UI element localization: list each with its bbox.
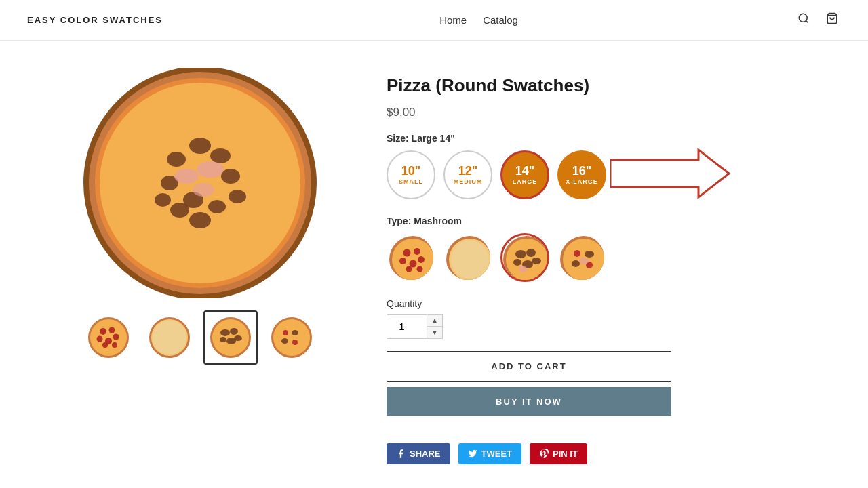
svg-point-71 xyxy=(572,260,580,267)
svg-point-23 xyxy=(100,328,106,335)
svg-point-8 xyxy=(210,148,231,163)
pinterest-icon xyxy=(539,449,549,458)
pinterest-share-button[interactable]: PIN IT xyxy=(530,443,587,464)
main-container: Pizza (Round Swatches) $9.00 Size: Large… xyxy=(27,41,841,488)
svg-point-7 xyxy=(167,152,186,167)
svg-point-16 xyxy=(155,193,171,207)
svg-point-69 xyxy=(574,250,580,257)
buy-it-now-button[interactable]: BUY IT NOW xyxy=(387,387,671,416)
quantity-input[interactable] xyxy=(387,314,427,339)
size-sub-12: MEDIUM xyxy=(454,178,483,185)
svg-point-28 xyxy=(102,342,108,348)
svg-point-55 xyxy=(417,266,423,272)
svg-point-51 xyxy=(399,258,406,264)
svg-point-35 xyxy=(220,329,230,336)
thumbnail-mushroom[interactable] xyxy=(203,310,258,365)
svg-point-43 xyxy=(292,330,298,336)
thumb-pepperoni-img xyxy=(86,315,131,360)
svg-point-15 xyxy=(229,190,246,203)
size-sub-10: SMALL xyxy=(399,178,423,185)
size-value-text: Large 14" xyxy=(412,133,455,144)
search-button[interactable] xyxy=(795,9,812,30)
thumbnail-plain[interactable] xyxy=(142,310,197,365)
search-icon xyxy=(797,12,810,24)
type-swatch-mixed-img xyxy=(559,235,606,282)
size-sub-14: LARGE xyxy=(513,178,538,185)
size-option-label: Size: Large 14" xyxy=(387,133,814,144)
svg-point-5 xyxy=(100,83,300,283)
cart-button[interactable] xyxy=(823,9,841,30)
svg-point-41 xyxy=(273,319,310,356)
thumb-plain-img xyxy=(147,315,192,360)
svg-point-34 xyxy=(212,319,249,356)
svg-point-29 xyxy=(112,342,117,348)
svg-point-25 xyxy=(97,336,103,342)
svg-point-39 xyxy=(234,336,242,341)
svg-point-19 xyxy=(193,183,214,197)
twitter-share-label: TWEET xyxy=(481,449,513,459)
size-num-16: 16" xyxy=(572,165,592,178)
product-section: Pizza (Round Swatches) $9.00 Size: Large… xyxy=(387,68,814,464)
type-value-text: Mashroom xyxy=(414,216,462,226)
size-swatch-10[interactable]: 10" SMALL xyxy=(387,150,435,199)
cart-icon xyxy=(826,12,838,24)
svg-point-50 xyxy=(414,248,420,255)
thumb-mushroom-img xyxy=(208,315,253,360)
thumbnails xyxy=(54,310,346,365)
type-swatch-mushroom[interactable] xyxy=(500,233,549,282)
thumbnail-pepperoni[interactable] xyxy=(81,310,136,365)
product-title: Pizza (Round Swatches) xyxy=(387,75,814,98)
size-swatches: 10" SMALL 12" MEDIUM 14" LARGE 16" X-LAR… xyxy=(387,150,814,199)
svg-point-49 xyxy=(403,249,411,256)
add-to-cart-button[interactable]: ADD TO CART xyxy=(387,351,671,382)
quantity-down-button[interactable]: ▼ xyxy=(427,327,442,338)
svg-marker-46 xyxy=(610,150,729,197)
twitter-icon xyxy=(468,449,477,458)
facebook-icon xyxy=(396,449,406,458)
quantity-wrapper: ▲ ▼ xyxy=(387,314,814,339)
size-swatch-12[interactable]: 12" MEDIUM xyxy=(443,150,492,199)
svg-point-66 xyxy=(519,266,527,272)
size-swatch-16[interactable]: 16" X-LARGE xyxy=(557,150,606,199)
facebook-share-button[interactable]: SHARE xyxy=(387,443,450,464)
type-swatch-mixed[interactable] xyxy=(557,233,606,282)
svg-point-48 xyxy=(392,239,434,281)
quantity-up-button[interactable]: ▲ xyxy=(427,315,442,327)
svg-point-14 xyxy=(189,212,211,228)
thumb-mixed-img xyxy=(269,315,314,360)
thumbnail-mixed[interactable] xyxy=(264,310,319,365)
type-swatch-pepperoni[interactable] xyxy=(387,233,435,282)
type-swatch-plain[interactable] xyxy=(443,233,492,282)
size-label-text: Size: xyxy=(387,133,409,144)
svg-point-54 xyxy=(406,266,412,272)
nav-catalog[interactable]: Catalog xyxy=(483,14,518,26)
type-option-label: Type: Mashroom xyxy=(387,216,814,226)
svg-point-36 xyxy=(230,328,238,335)
nav-home[interactable]: Home xyxy=(439,14,467,26)
site-logo: EASY COLOR SWATCHES xyxy=(27,15,163,25)
main-nav: Home Catalog xyxy=(439,14,518,26)
svg-point-60 xyxy=(506,239,548,281)
svg-point-0 xyxy=(799,14,807,22)
pinterest-share-label: PIN IT xyxy=(553,449,578,459)
svg-point-27 xyxy=(113,334,119,340)
svg-point-32 xyxy=(153,321,186,354)
main-product-image xyxy=(75,68,326,298)
svg-point-70 xyxy=(585,251,594,258)
svg-point-44 xyxy=(281,338,288,344)
social-share: SHARE TWEET PIN IT xyxy=(387,443,814,464)
svg-point-63 xyxy=(513,259,521,266)
svg-point-37 xyxy=(220,337,226,342)
svg-point-10 xyxy=(221,169,240,184)
type-swatch-pepperoni-img xyxy=(389,235,435,282)
size-swatch-14[interactable]: 14" LARGE xyxy=(500,150,549,199)
svg-point-17 xyxy=(197,161,224,178)
size-num-12: 12" xyxy=(458,165,478,178)
header-icons xyxy=(795,9,841,30)
product-price: $9.00 xyxy=(387,106,814,119)
svg-point-24 xyxy=(109,327,115,333)
quantity-spinners: ▲ ▼ xyxy=(427,314,443,339)
twitter-share-button[interactable]: TWEET xyxy=(458,443,522,464)
svg-point-61 xyxy=(515,250,526,258)
size-sub-16: X-LARGE xyxy=(566,178,598,185)
